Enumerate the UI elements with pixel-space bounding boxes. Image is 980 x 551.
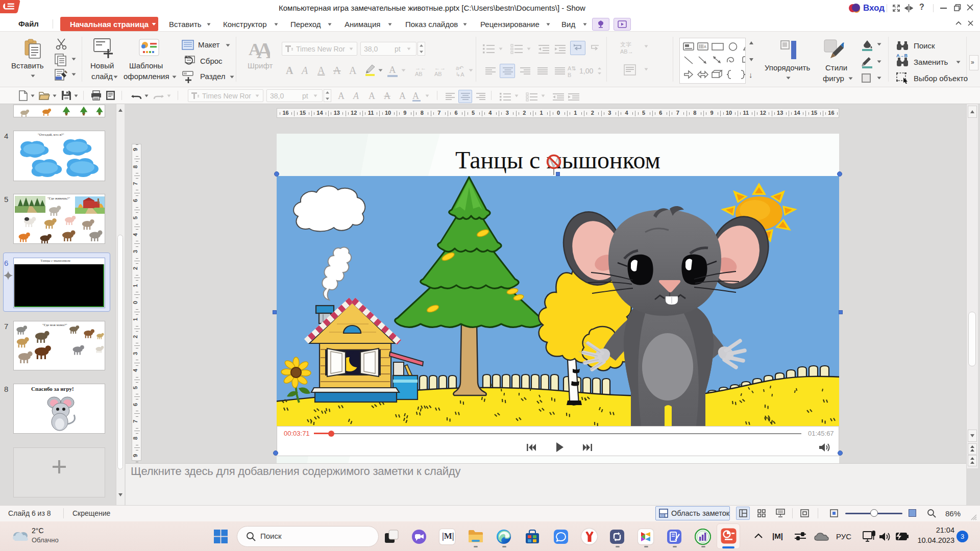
svg-text:A: A (704, 45, 706, 48)
svg-text:A: A (257, 40, 270, 59)
